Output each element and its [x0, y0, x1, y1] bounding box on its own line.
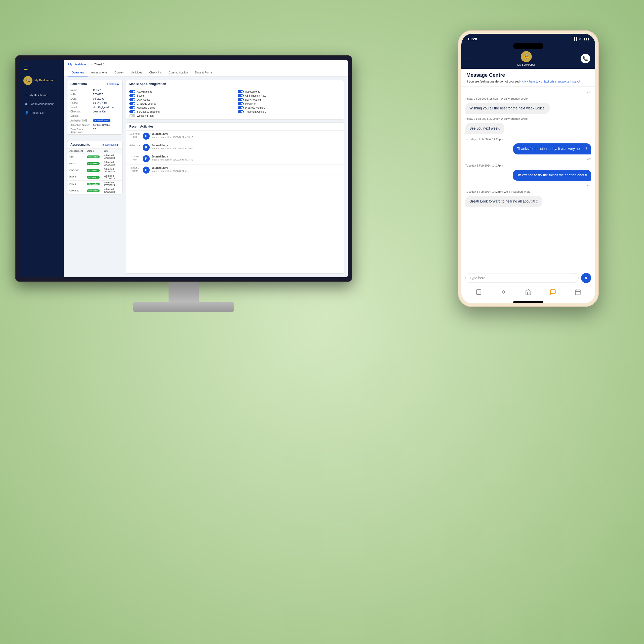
breadcrumb-bar: My Dashboard › Client 1 [64, 60, 348, 69]
tab-activities[interactable]: Activities [128, 69, 146, 76]
tab-overview[interactable]: Overview [68, 69, 88, 76]
date-label: Friday 2 Feb 2024, 20:24pm Wellifiy Supp… [465, 117, 591, 120]
sidebar-item-portal[interactable]: ◉ Portal Management [22, 100, 61, 108]
toggle-treatment[interactable] [238, 110, 244, 113]
toggle-appointments[interactable] [129, 90, 135, 93]
phone-app-header: ← 🐝 My Beekeeper 📞 [461, 49, 595, 69]
message-bubble-sent: Thanks for session today. It was very he… [513, 143, 591, 154]
resend-sms-button[interactable]: Resend SMS [93, 119, 110, 122]
nav-item-calendar[interactable] [575, 289, 581, 295]
network-label: 4G [579, 37, 583, 41]
crisis-link[interactable]: click here to contact crisis supports in… [522, 80, 580, 83]
sidebar-item-patients[interactable]: 👤 Patient List [22, 109, 61, 116]
info-row-days: Days Since Admission: 77 [67, 127, 122, 134]
patient-info-title: Patient Info [70, 82, 87, 86]
message-bubble-received: Great! Look forward to hearing all about… [465, 196, 542, 207]
info-row-clinician: Clinician: Joanne Kim [67, 109, 122, 114]
activities-title: Recent Activities [126, 123, 344, 131]
config-item-wellbeing: Wellbeing Plan [129, 114, 233, 117]
config-item-daily-quote: Daily Quote [129, 98, 233, 101]
message-bubble-received: Wishing you all the best for the next we… [465, 103, 550, 114]
config-item-meal-plan: Meal Plan [238, 102, 341, 105]
info-row-phone: Phone: 0982377301 [67, 101, 122, 105]
info-row-activation: Activation Status: Sent 31/01/2024 [67, 123, 122, 127]
config-item-message-centre: Message Centre [129, 106, 233, 109]
status-bar: 10:28 ▐▐ 4G ▮▮▮ [467, 37, 589, 41]
tab-docs[interactable]: Docs & Forms [191, 69, 216, 76]
edit-info-link[interactable]: Edit Info ▶ [107, 83, 119, 86]
breadcrumb-separator: › [91, 62, 92, 66]
toggle-assessments[interactable] [238, 90, 244, 93]
message-input[interactable] [465, 273, 579, 283]
mobile-app-config-card: Mobile App Configuration Appointments As… [126, 80, 344, 119]
phone-screen: 10:28 ▐▐ 4G ▮▮▮ ← 🐝 My Beekeeper 📞 [461, 34, 595, 303]
col-status: Status [85, 149, 102, 153]
list-item: 6 days ago P Journal Entry made a new po… [126, 142, 344, 153]
toggle-boosts[interactable] [129, 94, 135, 97]
phone-logo: 🐝 My Beekeeper [517, 51, 535, 66]
home-indicator [513, 301, 543, 303]
table-row: PHQ-9 Completed Submitted 06/03/2024 [67, 181, 122, 187]
message-centre-header: Message Centre If you are feeling unsafe… [461, 69, 595, 87]
sidebar: ☰ 🐝 My Beekeeper ⊞ My Dashboard ◉ Portal… [20, 60, 64, 277]
toggle-services[interactable] [129, 110, 135, 113]
patient-info-card: Patient Info Edit Info ▶ Name: Client 1 … [67, 80, 123, 135]
toggle-daily-reading[interactable] [238, 98, 244, 101]
col-assessment: Assessment [67, 149, 85, 153]
info-row-email: Email: client1@gmail.com [67, 105, 122, 109]
assessments-link[interactable]: Assessments ▶ [102, 143, 119, 146]
config-card-title: Mobile App Configuration [126, 80, 344, 88]
recent-activities-card: Recent Activities 15 minutes ago P Journ… [126, 123, 344, 274]
config-item-daily-reading: Daily Reading [238, 98, 341, 101]
dashboard-icon: ⊞ [25, 93, 27, 97]
monitor-screen: ☰ 🐝 My Beekeeper ⊞ My Dashboard ◉ Portal… [20, 60, 348, 277]
toggle-progress[interactable] [238, 106, 244, 109]
nav-item-home[interactable] [525, 289, 532, 295]
breadcrumb-current: Client 1 [94, 62, 105, 66]
toggle-message-centre[interactable] [129, 106, 135, 109]
table-row: PHQ-9 Completed Submitted 18/03/2024 [67, 174, 122, 181]
date-label: Tuesday 6 Feb 2024, 14:27pm [465, 164, 591, 167]
back-button[interactable]: ← [466, 55, 472, 62]
date-label: Tuesday 6 Feb 2024, 14:28pm Wellifiy Sup… [465, 190, 591, 193]
message-bubble-received: See you next week. [465, 123, 504, 134]
toggle-meal-plan[interactable] [238, 102, 244, 105]
toggle-daily-quote[interactable] [129, 98, 135, 101]
left-column: Patient Info Edit Info ▶ Name: Client 1 … [67, 80, 123, 274]
signal-icon: ▐▐ [573, 37, 577, 41]
config-item-boosts: Boosts [129, 94, 233, 97]
logo-text: My Beekeeper [34, 79, 53, 82]
assessments-card: Assessments Assessments ▶ Assessment Sta… [67, 141, 123, 194]
tab-checkins[interactable]: Check-Ins [146, 69, 165, 76]
sent-label: Sent [465, 91, 591, 94]
monitor-stand-neck [169, 282, 199, 302]
config-grid: Appointments Assessments Boosts [126, 88, 344, 119]
sidebar-item-dashboard[interactable]: ⊞ My Dashboard [22, 91, 61, 99]
breadcrumb-link[interactable]: My Dashboard [68, 62, 90, 66]
phone-notch-area: 10:28 ▐▐ 4G ▮▮▮ [461, 34, 595, 49]
avatar: P [143, 144, 150, 151]
nav-item-notes[interactable] [475, 289, 482, 295]
info-row-mrn: MRN: 5756757 [67, 92, 122, 97]
toggle-gratitude[interactable] [129, 102, 135, 105]
call-button[interactable]: 📞 [581, 54, 590, 63]
content-area: Patient Info Edit Info ▶ Name: Client 1 … [64, 76, 348, 277]
sent-label: Sent [465, 157, 591, 160]
svg-rect-9 [575, 290, 580, 295]
tab-content[interactable]: Content [111, 69, 128, 76]
toggle-wellbeing[interactable] [129, 114, 135, 117]
nav-item-messages[interactable] [550, 289, 556, 295]
send-button[interactable]: ➤ [581, 273, 591, 283]
nav-item-boosts[interactable] [500, 289, 507, 295]
hamburger-menu[interactable]: ☰ [22, 65, 61, 71]
table-row: CORE-10 Completed Submitted 18/03/2024 [67, 167, 122, 174]
main-content: My Dashboard › Client 1 Overview Assessm… [64, 60, 348, 277]
tab-communication[interactable]: Communication [165, 69, 191, 76]
toggle-cbt[interactable] [238, 94, 244, 97]
table-row: GAD-7 Completed Submitted 18/03/2024 [67, 160, 122, 167]
phone-frame: 10:28 ▐▐ 4G ▮▮▮ ← 🐝 My Beekeeper 📞 [458, 30, 599, 307]
info-row-sms: Activation SMS: Resend SMS [67, 118, 122, 123]
config-item-treatment: Treatment Goals... [238, 110, 341, 113]
tab-assessments[interactable]: Assessments [88, 69, 111, 76]
info-row-labels: Labels: [67, 114, 122, 118]
